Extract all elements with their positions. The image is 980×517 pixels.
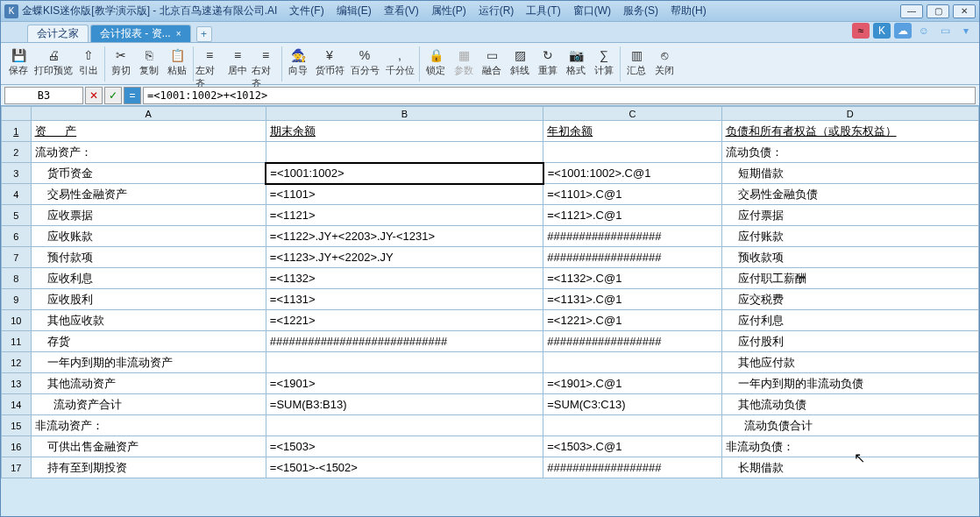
cancel-formula-button[interactable]: ✕: [85, 87, 103, 104]
cell-A11[interactable]: 存货: [31, 331, 266, 352]
cell-C6[interactable]: ##################: [543, 226, 721, 247]
accept-formula-button[interactable]: ✓: [104, 87, 122, 104]
menu-help[interactable]: 帮助(H): [665, 2, 712, 20]
cell-B16[interactable]: =<1503>: [266, 436, 543, 457]
cell-A9[interactable]: 应收股利: [31, 289, 266, 310]
chat-icon[interactable]: ▭: [936, 23, 954, 39]
cell-D7[interactable]: 预收款项: [721, 247, 978, 268]
service-icon-1[interactable]: ≈: [852, 23, 870, 39]
menu-window[interactable]: 窗口(W): [568, 2, 616, 20]
cell-A14[interactable]: 流动资产合计: [31, 394, 266, 415]
cell-D1[interactable]: 负债和所有者权益（或股东权益）: [721, 121, 978, 142]
cell-D12[interactable]: 其他应付款: [721, 352, 978, 373]
summary-button[interactable]: ▥汇总: [622, 45, 650, 79]
new-tab-button[interactable]: +: [196, 26, 212, 42]
cell-D11[interactable]: 应付股利: [721, 331, 978, 352]
cell-B11[interactable]: ############################: [266, 331, 543, 352]
cell-B14[interactable]: =SUM(B3:B13): [266, 394, 543, 415]
row-header[interactable]: 10: [2, 310, 32, 331]
spreadsheet-grid[interactable]: A B C D 1资 产期末余额年初余额负债和所有者权益（或股东权益）2流动资产…: [1, 106, 979, 478]
cell-A1[interactable]: 资 产: [31, 121, 266, 142]
service-icon-2[interactable]: K: [873, 23, 891, 39]
merge-button[interactable]: ▭融合: [478, 45, 506, 79]
cell-C15[interactable]: [543, 415, 721, 436]
cell-C4[interactable]: =<1101>.C@1: [543, 184, 721, 205]
thousand-button[interactable]: ,千分位: [382, 45, 417, 79]
cell-B17[interactable]: =<1501>-<1502>: [266, 457, 543, 478]
cell-D2[interactable]: 流动负债：: [721, 142, 978, 163]
menu-service[interactable]: 服务(S): [618, 2, 664, 20]
copy-button[interactable]: ⎘复制: [135, 45, 163, 79]
maximize-button[interactable]: ▢: [927, 4, 949, 18]
cell-D14[interactable]: 其他流动负债: [721, 394, 978, 415]
tab-report[interactable]: 会计报表 - 资...×: [90, 25, 191, 42]
cell-B1[interactable]: 期末余额: [266, 121, 543, 142]
cell-D8[interactable]: 应付职工薪酬: [721, 268, 978, 289]
cut-button[interactable]: ✂剪切: [107, 45, 135, 79]
cell-C11[interactable]: ##################: [543, 331, 721, 352]
row-header[interactable]: 16: [2, 436, 32, 457]
menu-props[interactable]: 属性(P): [426, 2, 472, 20]
cell-D16[interactable]: 非流动负债：: [721, 436, 978, 457]
close-window-button[interactable]: ✕: [953, 4, 976, 18]
row-header[interactable]: 15: [2, 415, 32, 436]
cell-C5[interactable]: =<1121>.C@1: [543, 205, 721, 226]
cell-C1[interactable]: 年初余额: [543, 121, 721, 142]
row-header[interactable]: 5: [2, 205, 32, 226]
align-left-button[interactable]: ≡左对齐: [195, 45, 224, 92]
row-header[interactable]: 8: [2, 268, 32, 289]
close-button[interactable]: ⎋关闭: [650, 45, 678, 79]
cell-A17[interactable]: 持有至到期投资: [31, 457, 266, 478]
cell-D3[interactable]: 短期借款: [721, 163, 978, 184]
menu-view[interactable]: 查看(V): [379, 2, 424, 20]
cell-B7[interactable]: =<1123>.JY+<2202>.JY: [266, 247, 543, 268]
cell-C7[interactable]: ##################: [543, 247, 721, 268]
cell-C3[interactable]: =<1001:1002>.C@1: [543, 163, 721, 184]
minimize-button[interactable]: —: [900, 4, 923, 18]
currency-button[interactable]: ¥货币符: [312, 45, 347, 79]
col-header-A[interactable]: A: [31, 107, 266, 121]
row-header[interactable]: 17: [2, 457, 32, 478]
cell-D15[interactable]: 流动负债合计: [721, 415, 978, 436]
cell-reference-box[interactable]: B3: [4, 87, 83, 104]
calc-button[interactable]: ∑计算: [590, 45, 618, 79]
cell-C13[interactable]: =<1901>.C@1: [543, 373, 721, 394]
cell-B15[interactable]: [266, 415, 543, 436]
menu-file[interactable]: 文件(F): [284, 2, 329, 20]
cell-A16[interactable]: 可供出售金融资产: [31, 436, 266, 457]
dropdown-icon[interactable]: ▾: [957, 23, 975, 39]
print-preview-button[interactable]: 🖨打印预览: [32, 45, 75, 79]
cell-B5[interactable]: =<1121>: [266, 205, 543, 226]
row-header[interactable]: 4: [2, 184, 32, 205]
row-header[interactable]: 11: [2, 331, 32, 352]
cell-D17[interactable]: 长期借款: [721, 457, 978, 478]
cell-C16[interactable]: =<1503>.C@1: [543, 436, 721, 457]
cell-C12[interactable]: [543, 352, 721, 373]
cell-C8[interactable]: =<1132>.C@1: [543, 268, 721, 289]
cell-B9[interactable]: =<1131>: [266, 289, 543, 310]
paste-button[interactable]: 📋粘贴: [163, 45, 191, 79]
menu-edit[interactable]: 编辑(E): [331, 2, 377, 20]
cell-C2[interactable]: [543, 142, 721, 163]
cell-A10[interactable]: 其他应收款: [31, 310, 266, 331]
cell-D4[interactable]: 交易性金融负债: [721, 184, 978, 205]
row-header[interactable]: 14: [2, 394, 32, 415]
menu-tools[interactable]: 工具(T): [521, 2, 565, 20]
cell-A6[interactable]: 应收账款: [31, 226, 266, 247]
cell-A8[interactable]: 应收利息: [31, 268, 266, 289]
cell-B6[interactable]: =<1122>.JY+<2203>.JY-<1231>: [266, 226, 543, 247]
row-header[interactable]: 13: [2, 373, 32, 394]
cell-A7[interactable]: 预付款项: [31, 247, 266, 268]
recalc-button[interactable]: ↻重算: [534, 45, 562, 79]
cell-A3[interactable]: 货币资金: [31, 163, 266, 184]
cell-D5[interactable]: 应付票据: [721, 205, 978, 226]
cell-A5[interactable]: 应收票据: [31, 205, 266, 226]
row-header[interactable]: 2: [2, 142, 32, 163]
cell-B4[interactable]: =<1101>: [266, 184, 543, 205]
cell-D13[interactable]: 一年内到期的非流动负债: [721, 373, 978, 394]
align-right-button[interactable]: ≡右对齐: [252, 45, 280, 92]
col-header-D[interactable]: D: [721, 107, 978, 121]
percent-button[interactable]: %百分号: [347, 45, 382, 79]
row-header[interactable]: 12: [2, 352, 32, 373]
tab-home[interactable]: 会计之家: [27, 25, 89, 42]
